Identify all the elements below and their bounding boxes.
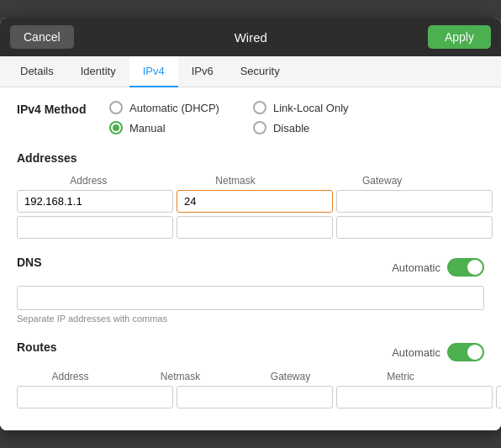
tab-ipv4[interactable]: IPv4 xyxy=(129,56,178,87)
content-area: IPv4 Method Automatic (DHCP) Manual xyxy=(0,87,501,430)
routes-col-metric: Metric xyxy=(347,371,454,382)
gateway-input-1[interactable] xyxy=(336,190,493,213)
col-address-header: Address xyxy=(17,175,161,187)
tab-identity[interactable]: Identity xyxy=(67,56,129,87)
address-row-1: 🗑 xyxy=(17,190,484,213)
method-manual[interactable]: Manual xyxy=(109,121,219,134)
radio-link-local[interactable] xyxy=(253,101,266,114)
addresses-header: Address Netmask Gateway xyxy=(17,175,484,187)
apply-button[interactable]: Apply xyxy=(428,25,491,49)
method-auto-dhcp[interactable]: Automatic (DHCP) xyxy=(109,101,219,114)
radio-auto-dhcp[interactable] xyxy=(109,101,123,114)
dns-section: DNS Automatic Separate IP addresses with… xyxy=(17,256,484,324)
gateway-input-2[interactable] xyxy=(336,216,493,239)
dns-toggle[interactable] xyxy=(447,258,484,277)
routes-auto-label: Automatic xyxy=(392,346,440,359)
col-gateway-header: Gateway xyxy=(310,175,454,187)
dns-label: DNS xyxy=(17,256,42,269)
radio-disable[interactable] xyxy=(253,121,266,134)
tab-security[interactable]: Security xyxy=(227,56,293,87)
cancel-button[interactable]: Cancel xyxy=(10,25,74,49)
address-input-1[interactable] xyxy=(17,190,173,213)
method-col-right: Link-Local Only Disable xyxy=(253,101,349,134)
addresses-label: Addresses xyxy=(17,151,484,165)
dns-hint: Separate IP addresses with commas xyxy=(17,314,484,324)
dns-header: DNS Automatic xyxy=(17,256,484,279)
radio-manual[interactable] xyxy=(109,121,123,134)
routes-col-gateway: Gateway xyxy=(237,371,344,382)
titlebar: Cancel Wired Apply xyxy=(0,18,501,56)
ipv4-method-section: IPv4 Method Automatic (DHCP) Manual xyxy=(17,101,484,134)
routes-netmask-input[interactable] xyxy=(177,386,333,408)
routes-section: Routes Automatic Address Netmask Gateway… xyxy=(17,340,484,408)
method-link-local[interactable]: Link-Local Only xyxy=(253,101,349,114)
wired-dialog: Cancel Wired Apply Details Identity IPv4… xyxy=(0,18,501,430)
address-input-2[interactable] xyxy=(17,216,173,239)
ipv4-method-options: Automatic (DHCP) Manual Link-Local Only … xyxy=(109,101,349,134)
dns-auto-row: Automatic xyxy=(392,258,484,277)
delete-row-1-button[interactable]: 🗑 xyxy=(496,192,501,211)
routes-row-1: 🗑 xyxy=(17,386,484,408)
tab-bar: Details Identity IPv4 IPv6 Security xyxy=(0,56,501,87)
dns-input[interactable] xyxy=(17,286,484,310)
dns-auto-label: Automatic xyxy=(392,261,440,274)
routes-metric-input[interactable] xyxy=(496,386,501,408)
delete-row-2-button[interactable]: 🗑 xyxy=(496,219,501,237)
col-netmask-header: Netmask xyxy=(164,175,308,187)
routes-col-address: Address xyxy=(17,371,124,382)
netmask-input-1[interactable] xyxy=(177,190,333,213)
window-title: Wired xyxy=(235,30,267,45)
tab-details[interactable]: Details xyxy=(7,56,67,87)
routes-address-input[interactable] xyxy=(17,386,173,408)
routes-toggle[interactable] xyxy=(447,343,484,361)
tab-ipv6[interactable]: IPv6 xyxy=(178,56,227,87)
ipv4-method-label: IPv4 Method xyxy=(17,101,109,116)
method-col-left: Automatic (DHCP) Manual xyxy=(109,101,219,134)
routes-columns-header: Address Netmask Gateway Metric xyxy=(17,371,484,382)
routes-label: Routes xyxy=(17,340,56,354)
netmask-input-2[interactable] xyxy=(177,216,333,239)
address-row-2: 🗑 xyxy=(17,216,484,239)
addresses-section: Addresses Address Netmask Gateway 🗑 🗑 xyxy=(17,151,484,239)
routes-gateway-input[interactable] xyxy=(336,386,493,408)
routes-header: Routes Automatic xyxy=(17,340,484,364)
routes-auto-row: Automatic xyxy=(392,343,484,361)
method-disable[interactable]: Disable xyxy=(253,121,349,134)
routes-col-netmask: Netmask xyxy=(127,371,234,382)
